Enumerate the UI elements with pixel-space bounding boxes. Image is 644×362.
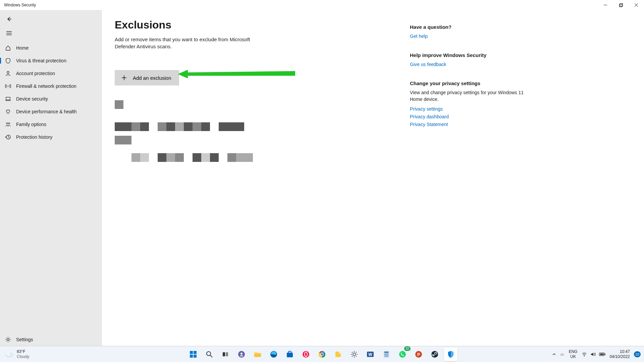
sidebar-item-settings[interactable]: Settings xyxy=(0,333,102,346)
svg-point-43 xyxy=(353,353,356,356)
taskbar-app-powerpoint[interactable]: P xyxy=(412,348,425,361)
weather-widget[interactable]: 83°F Cloudy xyxy=(5,349,29,359)
titlebar: Windows Security xyxy=(0,0,644,10)
hamburger-icon xyxy=(6,31,12,35)
aside-heading-privacy: Change your privacy settings xyxy=(410,80,531,86)
svg-rect-2 xyxy=(620,3,623,6)
svg-point-14 xyxy=(8,123,10,124)
sidebar-item-device-performance[interactable]: Device performance & health xyxy=(0,105,102,118)
family-icon xyxy=(5,121,11,128)
taskbar-app-teams[interactable] xyxy=(235,348,248,361)
sidebar-item-label: Account protection xyxy=(16,71,55,76)
sidebar-item-account[interactable]: Account protection xyxy=(0,67,102,80)
whatsapp-badge: 32 xyxy=(404,346,411,351)
svg-rect-11 xyxy=(6,97,10,100)
weather-desc: Cloudy xyxy=(17,354,29,359)
chevron-up-icon xyxy=(552,352,556,356)
teams-icon xyxy=(237,350,246,358)
clock-date: 04/10/2022 xyxy=(610,354,630,359)
taskbar-app-edge[interactable] xyxy=(267,348,280,361)
taskbar-app-settings[interactable] xyxy=(347,348,361,361)
aside-heading-improve: Help improve Windows Security xyxy=(410,52,531,58)
back-button[interactable] xyxy=(1,13,17,25)
svg-point-53 xyxy=(387,355,388,356)
sidebar-item-firewall[interactable]: Firewall & network protection xyxy=(0,80,102,93)
svg-point-61 xyxy=(560,353,564,356)
minimize-button[interactable] xyxy=(598,0,613,10)
plus-icon xyxy=(121,74,127,81)
privacy-dashboard-link[interactable]: Privacy dashboard xyxy=(410,114,449,119)
maximize-button[interactable] xyxy=(613,0,629,10)
svg-rect-64 xyxy=(605,354,605,355)
task-view-button[interactable] xyxy=(219,348,232,361)
notification-badge[interactable]: 10 xyxy=(634,351,641,357)
settings-icon xyxy=(350,350,358,358)
sidebar-item-device-security[interactable]: Device security xyxy=(0,93,102,105)
feedback-link[interactable]: Give us feedback xyxy=(410,62,446,67)
svg-rect-23 xyxy=(194,351,197,354)
annotation-arrow xyxy=(178,68,299,82)
store-icon xyxy=(286,350,294,358)
add-exclusion-button[interactable]: Add an exclusion xyxy=(115,70,179,85)
taskbar-left: 83°F Cloudy xyxy=(0,349,29,359)
page-subtitle: Add or remove items that you want to exc… xyxy=(115,36,269,50)
svg-point-52 xyxy=(386,355,387,356)
gear-icon xyxy=(5,336,11,343)
svg-rect-29 xyxy=(226,352,228,356)
svg-point-50 xyxy=(387,354,388,355)
taskbar-app-steam[interactable] xyxy=(428,348,441,361)
svg-point-38 xyxy=(305,352,307,356)
get-help-link[interactable]: Get help xyxy=(410,34,428,39)
sidebar: Home Virus & threat protection Account p… xyxy=(0,10,102,346)
taskbar-center: W 32 P xyxy=(186,348,458,361)
maximize-icon xyxy=(619,3,623,7)
svg-point-10 xyxy=(8,86,9,87)
svg-rect-65 xyxy=(600,354,604,355)
network-volume-battery[interactable] xyxy=(582,352,606,357)
taskbar-right: ENG UK 10:47 04/10/2022 10 xyxy=(552,349,644,359)
clock[interactable]: 10:47 04/10/2022 xyxy=(610,349,630,359)
lang-line-1: ENG xyxy=(569,349,578,354)
taskbar-app-store[interactable] xyxy=(283,348,297,361)
svg-point-26 xyxy=(207,352,211,356)
weather-text: 83°F Cloudy xyxy=(17,349,29,359)
history-icon xyxy=(5,134,11,140)
privacy-statement-link[interactable]: Privacy Statement xyxy=(410,122,448,127)
system-tray[interactable] xyxy=(552,352,565,357)
window-title: Windows Security xyxy=(0,3,36,7)
privacy-settings-link[interactable]: Privacy settings xyxy=(410,106,443,112)
close-button[interactable] xyxy=(629,0,644,10)
aside-section-improve: Help improve Windows Security Give us fe… xyxy=(410,52,531,69)
content-area: Exclusions Add or remove items that you … xyxy=(102,10,644,346)
search-button[interactable] xyxy=(203,348,216,361)
language-indicator[interactable]: ENG UK xyxy=(569,349,578,359)
weather-temp: 83°F xyxy=(17,349,29,354)
wifi-icon xyxy=(582,352,587,357)
svg-point-54 xyxy=(399,351,406,358)
svg-point-42 xyxy=(321,353,323,355)
sidebar-item-family[interactable]: Family options xyxy=(0,118,102,131)
svg-point-13 xyxy=(6,123,8,124)
shield-icon xyxy=(5,57,11,64)
lang-line-2: UK xyxy=(569,354,578,359)
sidebar-item-virus-threat[interactable]: Virus & threat protection xyxy=(0,54,102,67)
taskbar-app-windows-security[interactable] xyxy=(444,348,458,361)
taskbar-app-files[interactable] xyxy=(331,348,345,361)
svg-rect-28 xyxy=(223,352,225,356)
sidebar-item-home[interactable]: Home xyxy=(0,42,102,54)
page-title: Exclusions xyxy=(115,19,396,31)
taskbar-app-chrome[interactable] xyxy=(315,348,329,361)
taskbar-app-whatsapp[interactable]: 32 xyxy=(396,348,409,361)
taskbar-app-calculator[interactable] xyxy=(380,348,393,361)
sidebar-item-history[interactable]: Protection history xyxy=(0,131,102,143)
laptop-icon xyxy=(5,96,11,102)
main-column: Exclusions Add or remove items that you … xyxy=(115,19,396,346)
steam-icon xyxy=(431,350,439,358)
taskbar-app-opera[interactable] xyxy=(299,348,313,361)
taskbar-app-word[interactable]: W xyxy=(364,348,377,361)
svg-point-48 xyxy=(385,354,386,355)
start-button[interactable] xyxy=(186,348,200,361)
sidebar-bottom: Settings xyxy=(0,333,102,346)
taskbar-app-explorer[interactable] xyxy=(251,348,264,361)
hamburger-button[interactable] xyxy=(1,27,17,40)
